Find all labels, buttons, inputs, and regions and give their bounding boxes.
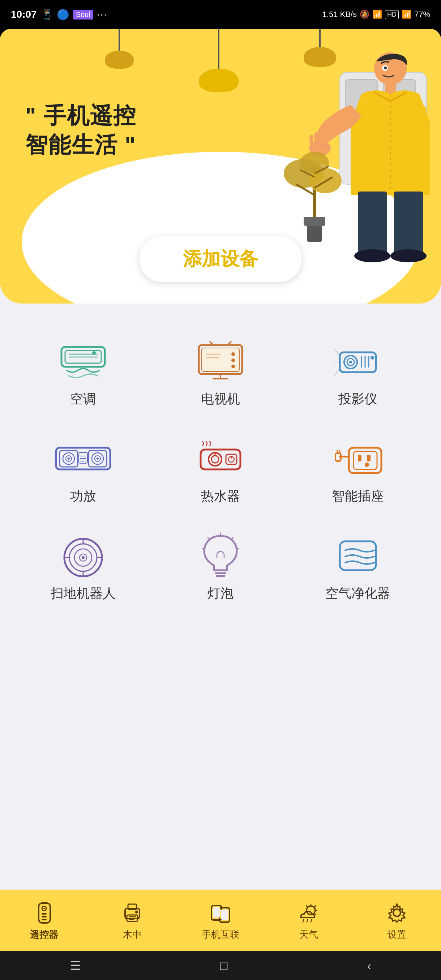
battery-icon: 77% (414, 10, 430, 19)
nav-item-remote[interactable]: 遥控器 (0, 900, 88, 941)
network-speed: 1.51 KB/s (322, 10, 357, 19)
svg-point-124 (393, 909, 401, 916)
nav-label-settings: 设置 (387, 928, 406, 941)
app-icon-1: 📱 (40, 9, 53, 21)
water-heater-label: 热水器 (201, 487, 240, 505)
svg-point-49 (371, 356, 374, 360)
weather-icon (296, 900, 322, 926)
water-heater-icon (192, 437, 250, 480)
svg-point-30 (92, 351, 96, 355)
nav-item-weather[interactable]: 天气 (264, 900, 353, 941)
hero-banner: " 手机遥控 智能生活 " (0, 29, 441, 304)
svg-rect-10 (394, 191, 423, 256)
slogan-line2: 智能生活 " (25, 130, 136, 160)
add-device-button[interactable]: 添加设备 (140, 236, 301, 282)
nav-label-weather: 天气 (299, 928, 318, 941)
svg-point-74 (365, 463, 369, 467)
bottom-nav: 遥控器 木中 手机互联 (0, 890, 441, 951)
device-item-projector[interactable]: 投影仪 (289, 340, 427, 408)
home-button[interactable]: □ (220, 959, 228, 973)
svg-rect-103 (41, 916, 47, 918)
more-icon: ··· (97, 9, 107, 20)
nav-label-phone-remote: 手机互联 (202, 928, 239, 941)
air-purifier-label: 空气净化器 (325, 585, 390, 602)
remote-icon (32, 900, 57, 926)
bulb-label: 灯泡 (207, 585, 234, 602)
wifi-icon: 📶 (401, 10, 411, 19)
svg-rect-67 (226, 454, 237, 465)
smart-socket-icon (329, 437, 387, 480)
signal-icon: 🔕 (360, 10, 369, 19)
device-item-air-purifier[interactable]: 空气净化器 (289, 534, 427, 602)
projector-label: 投影仪 (338, 390, 377, 408)
device-row-3: 扫地机器人 (14, 534, 427, 602)
svg-rect-113 (213, 907, 220, 918)
hamburger-button[interactable]: ☰ (70, 958, 81, 973)
svg-line-120 (306, 905, 307, 907)
svg-line-123 (311, 919, 312, 922)
cell-signal-icon: 📶 (372, 10, 382, 19)
svg-line-122 (307, 919, 307, 922)
svg-rect-114 (221, 910, 228, 920)
status-time: 10:07 (11, 9, 37, 20)
svg-rect-16 (307, 224, 322, 242)
svg-point-39 (231, 364, 235, 368)
svg-line-92 (208, 538, 209, 539)
svg-rect-17 (304, 217, 325, 226)
nav-item-phone-remote[interactable]: 手机互联 (177, 900, 264, 941)
device-item-robot-vacuum[interactable]: 扫地机器人 (14, 534, 152, 602)
back-button[interactable]: ‹ (367, 959, 371, 973)
svg-rect-59 (79, 452, 88, 463)
app-icon-2: 🔵 (57, 9, 69, 21)
svg-rect-42 (340, 352, 376, 372)
svg-line-121 (303, 919, 304, 922)
status-right: 1.51 KB/s 🔕 📶 HD 📶 77% (322, 10, 430, 19)
svg-rect-104 (41, 919, 47, 920)
status-left: 10:07 📱 🔵 Soul ··· (11, 9, 107, 21)
svg-rect-102 (41, 913, 47, 915)
svg-rect-72 (358, 455, 361, 461)
lamp-2 (199, 29, 239, 92)
svg-line-119 (314, 913, 316, 915)
air-conditioner-label: 空调 (70, 390, 96, 408)
svg-point-12 (390, 249, 427, 262)
device-item-bulb[interactable]: 灯泡 (152, 534, 289, 602)
device-item-smart-socket[interactable]: 智能插座 (289, 437, 427, 505)
nav-label-nearby: 木中 (123, 928, 142, 941)
system-nav-bar: ☰ □ ‹ (0, 951, 441, 980)
svg-line-117 (314, 905, 316, 907)
svg-point-45 (349, 361, 352, 364)
svg-line-93 (232, 538, 233, 539)
svg-point-37 (231, 352, 235, 356)
projector-icon (329, 340, 387, 383)
nearby-icon (119, 900, 145, 926)
svg-rect-73 (367, 455, 371, 461)
svg-point-11 (354, 249, 390, 262)
device-item-tv[interactable]: 电视机 (152, 340, 289, 408)
smart-socket-label: 智能插座 (332, 487, 384, 505)
bulb-icon (192, 534, 250, 578)
status-bar: 10:07 📱 🔵 Soul ··· 1.51 KB/s 🔕 📶 HD 📶 77… (0, 0, 441, 29)
svg-rect-9 (358, 191, 387, 256)
robot-vacuum-label: 扫地机器人 (51, 585, 116, 602)
nav-label-remote: 遥控器 (30, 928, 58, 941)
hd-badge: HD (385, 10, 399, 19)
amplifier-icon (54, 437, 112, 480)
nav-item-settings[interactable]: 设置 (353, 900, 441, 941)
svg-point-38 (231, 358, 235, 362)
nav-item-nearby[interactable]: 木中 (88, 900, 177, 941)
device-row-1: 空调 (14, 340, 427, 408)
svg-point-54 (68, 458, 70, 460)
slogan-line1: " 手机遥控 (25, 101, 136, 130)
svg-line-95 (236, 549, 239, 549)
device-item-amplifier[interactable]: 功放 (14, 437, 152, 505)
svg-point-83 (82, 556, 84, 559)
svg-point-65 (212, 456, 219, 463)
tv-label: 电视机 (201, 390, 240, 408)
device-item-air-conditioner[interactable]: 空调 (14, 340, 152, 408)
svg-rect-71 (353, 451, 377, 469)
hero-slogan: " 手机遥控 智能生活 " (25, 101, 136, 159)
settings-icon (384, 900, 409, 926)
device-item-water-heater[interactable]: 热水器 (152, 437, 289, 505)
robot-vacuum-icon (54, 534, 112, 578)
